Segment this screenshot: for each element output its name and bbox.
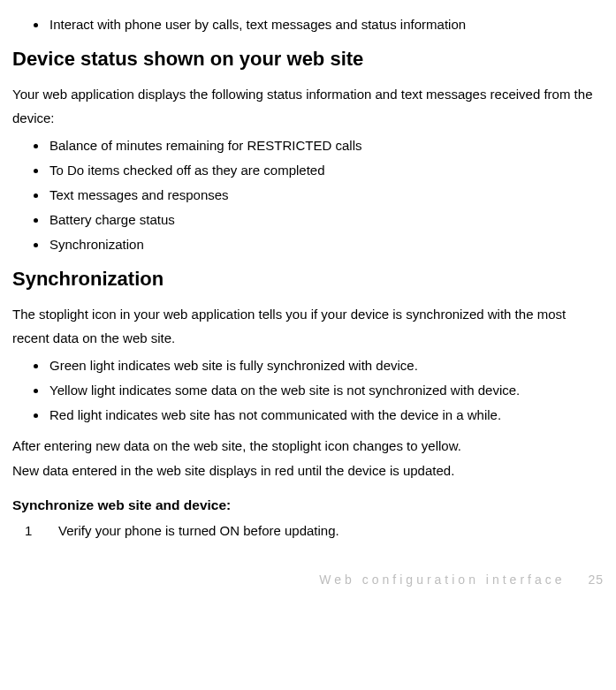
footer-page-number: 25	[588, 572, 604, 587]
page-footer: Web configuration interface 25	[12, 572, 604, 589]
sync-steps: 1 Verify your phone is turned ON before …	[12, 521, 604, 540]
list-item-text: Battery charge status	[49, 212, 175, 227]
list-item: To Do items checked off as they are comp…	[48, 161, 604, 179]
section-intro: The stoplight icon in your web applicati…	[12, 302, 604, 350]
section-intro: Your web application displays the follow…	[12, 82, 604, 130]
intro-bullet-list: Interact with phone user by calls, text …	[12, 15, 604, 34]
list-item: Interact with phone user by calls, text …	[48, 15, 604, 34]
list-item-text: Synchronization	[49, 237, 144, 252]
list-item: Red light indicates web site has not com…	[48, 406, 604, 424]
list-item: Text messages and responses	[48, 186, 604, 204]
list-item-text: Balance of minutes remaining for RESTRIC…	[49, 138, 361, 153]
list-item: Balance of minutes remaining for RESTRIC…	[48, 136, 604, 155]
list-item: Synchronization	[48, 235, 604, 254]
sync-note-1: After entering new data on the web site,…	[12, 436, 604, 457]
step-text: Verify your phone is turned ON before up…	[58, 521, 339, 540]
sync-procedure-subhead: Synchronize web site and device:	[12, 496, 604, 515]
list-item-text: Text messages and responses	[49, 187, 229, 202]
list-item-text: Interact with phone user by calls, text …	[49, 17, 466, 32]
section-heading-device-status: Device status shown on your web site	[12, 46, 604, 73]
sync-light-list: Green light indicates web site is fully …	[12, 356, 604, 424]
section-heading-synchronization: Synchronization	[12, 266, 604, 293]
step-item: 1 Verify your phone is turned ON before …	[25, 521, 604, 540]
step-number: 1	[25, 521, 58, 540]
sync-note-2: New data entered in the web site display…	[12, 461, 604, 481]
list-item: Green light indicates web site is fully …	[48, 356, 604, 375]
list-item-text: Yellow light indicates some data on the …	[49, 383, 520, 398]
list-item: Yellow light indicates some data on the …	[48, 381, 604, 399]
status-list: Balance of minutes remaining for RESTRIC…	[12, 136, 604, 254]
footer-label: Web configuration interface	[319, 572, 565, 587]
list-item: Battery charge status	[48, 210, 604, 229]
list-item-text: Green light indicates web site is fully …	[49, 358, 418, 373]
list-item-text: Red light indicates web site has not com…	[49, 407, 501, 422]
list-item-text: To Do items checked off as they are comp…	[49, 163, 325, 178]
